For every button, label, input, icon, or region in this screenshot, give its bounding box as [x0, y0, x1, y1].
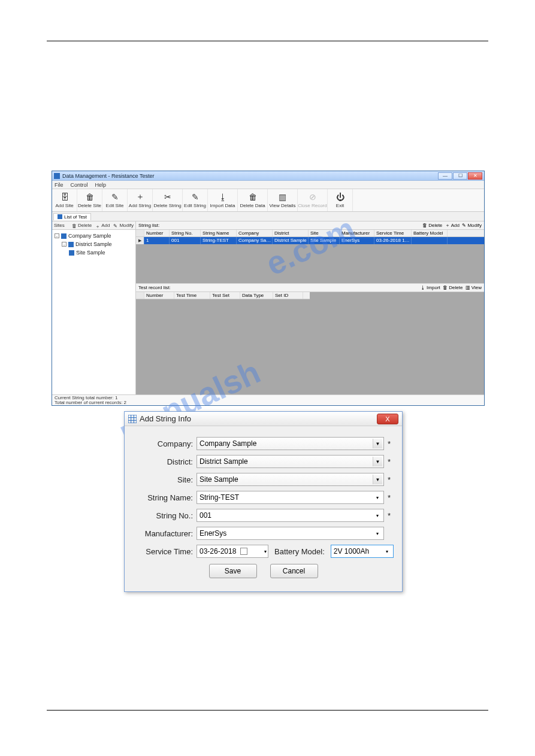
sites-add[interactable]: ＋Add [95, 223, 110, 228]
cancel-button[interactable]: Cancel [270, 564, 318, 578]
stringlist-modify[interactable]: ✎Modify [462, 223, 482, 228]
titlebar[interactable]: Data Management - Resistance Tester — ☐ … [52, 171, 484, 181]
app-window: Data Management - Resistance Tester — ☐ … [52, 171, 485, 406]
dialog-title: Add String Info [140, 414, 377, 423]
save-button[interactable]: Save [209, 564, 257, 578]
tb-add-site[interactable]: 🗄Add Site [52, 189, 77, 211]
stringlist-add[interactable]: ＋Add [445, 222, 460, 229]
sites-header: Sites 🗑Delete ＋Add ✎Modify [52, 221, 135, 230]
chevron-down-icon: ▼ [373, 475, 382, 484]
toolbar: 🗄Add Site 🗑Delete Site ✎Edit Site ＋Add S… [52, 189, 484, 212]
reclist-grid: Number Test Time Test Set Data Type Set … [136, 292, 484, 394]
tree-district[interactable]: -District Sample [55, 240, 133, 248]
trash-icon: 🗑 [85, 192, 95, 202]
page-rule-top [47, 41, 488, 41]
close-button[interactable]: ✕ [468, 172, 482, 180]
input-string-no[interactable]: 001▾ [197, 509, 384, 522]
label-string-name: String Name: [133, 493, 197, 502]
reclist-columns: Number Test Time Test Set Data Type Set … [136, 292, 310, 299]
tree-site[interactable]: Site Sample [55, 248, 133, 257]
tb-exit[interactable]: ⏻Exit [328, 189, 353, 211]
pencil-icon: ✎ [113, 223, 118, 228]
combo-site[interactable]: Site Sample▼ [197, 473, 384, 486]
stringlist-grid: Number String No. String Name Company Di… [136, 230, 484, 284]
grid-icon [68, 242, 74, 247]
label-manufacturer: Manufacturer: [133, 529, 197, 538]
sites-modify[interactable]: ✎Modify [113, 223, 134, 228]
reclist-delete[interactable]: 🗑Delete [443, 285, 463, 290]
collapse-icon[interactable]: - [55, 233, 59, 238]
chevron-down-icon: ▾ [264, 549, 267, 554]
input-battery-model[interactable]: 2V 1000Ah▾ [331, 545, 394, 558]
stringlist-header: String list: 🗑Delete ＋Add ✎Modify [136, 221, 484, 230]
pencil-icon: ✎ [110, 192, 120, 202]
tab-list-of-test[interactable]: List of Test [53, 213, 91, 220]
plus-icon: ＋ [95, 223, 100, 228]
label-battery-model: Battery Model: [272, 547, 327, 556]
sites-pane: Sites 🗑Delete ＋Add ✎Modify -Company Samp… [52, 221, 136, 394]
statusbar: Current String total number: 1 Total num… [52, 394, 484, 405]
menu-control[interactable]: Control [71, 181, 88, 189]
close-circle-icon: ⊘ [308, 192, 318, 202]
chevron-down-icon: ▾ [373, 511, 382, 520]
svg-rect-0 [128, 415, 137, 423]
power-icon: ⏻ [335, 192, 345, 202]
input-string-name[interactable]: String-TEST▾ [197, 491, 384, 504]
dialog-close-button[interactable]: X [377, 414, 398, 424]
chevron-down-icon: ▼ [373, 457, 382, 466]
tb-import-data[interactable]: ⭳Import Data [208, 189, 238, 211]
import-icon: ⭳ [218, 192, 228, 202]
reclist-header: Test record list: ⭳Import 🗑Delete ▥View [136, 284, 484, 292]
sites-delete[interactable]: 🗑Delete [72, 223, 92, 228]
page-rule-bottom [47, 710, 488, 711]
tree-company[interactable]: -Company Sample [55, 232, 133, 240]
chevron-down-icon: ▾ [382, 546, 392, 556]
label-site: Site: [133, 475, 197, 484]
menubar: File Control Help [52, 181, 484, 189]
pencil-icon: ✎ [191, 192, 200, 202]
input-service-time[interactable]: 03-26-2018 ▾ [197, 545, 268, 558]
row-selector-icon [136, 237, 144, 244]
scissors-icon: ✂ [163, 192, 173, 202]
tb-edit-site[interactable]: ✎Edit Site [102, 189, 128, 211]
chevron-down-icon: ▼ [373, 439, 382, 448]
dialog-titlebar[interactable]: Add String Info X [125, 412, 402, 426]
tb-delete-string[interactable]: ✂Delete String [153, 189, 183, 211]
dialog-body: Company: Company Sample▼ * District: Dis… [125, 426, 402, 591]
grid-icon [69, 250, 74, 256]
required-mark: * [388, 493, 394, 502]
right-pane: String list: 🗑Delete ＋Add ✎Modify Number… [136, 221, 484, 394]
label-company: Company: [133, 439, 197, 448]
tb-delete-site[interactable]: 🗑Delete Site [77, 189, 102, 211]
chart-icon: ▥ [278, 192, 288, 202]
tb-delete-data[interactable]: 🗑Delete Data [238, 189, 268, 211]
chevron-down-icon: ▾ [373, 493, 382, 502]
combo-company[interactable]: Company Sample▼ [197, 437, 384, 450]
required-mark: * [388, 511, 394, 520]
label-district: District: [133, 457, 197, 466]
plus-icon: ＋ [135, 192, 145, 202]
input-manufacturer[interactable]: EnerSys▾ [197, 527, 384, 540]
tb-view-details[interactable]: ▥View Details [268, 189, 298, 211]
reclist-import[interactable]: ⭳Import [421, 285, 440, 290]
stringlist-delete[interactable]: 🗑Delete [422, 223, 442, 228]
tb-add-string[interactable]: ＋Add String [128, 189, 153, 211]
menu-file[interactable]: File [55, 181, 64, 189]
tb-edit-string[interactable]: ✎Edit String [183, 189, 208, 211]
app-icon [54, 173, 60, 179]
trash-icon: 🗑 [248, 192, 258, 202]
required-mark: * [388, 457, 394, 466]
grid-icon [128, 415, 137, 423]
combo-district[interactable]: District Sample▼ [197, 455, 384, 468]
checkbox-icon[interactable] [240, 548, 247, 555]
reclist-view[interactable]: ▥View [466, 285, 482, 290]
stringlist-columns: Number String No. String Name Company Di… [136, 230, 484, 237]
required-mark: * [388, 439, 394, 448]
grid-icon [61, 233, 67, 239]
menu-help[interactable]: Help [95, 181, 107, 189]
maximize-button[interactable]: ☐ [453, 172, 467, 180]
stringlist-row-selected[interactable]: 1 001 String-TEST Company Sa… District S… [136, 237, 484, 244]
chevron-down-icon: ▾ [373, 529, 382, 538]
collapse-icon[interactable]: - [62, 242, 67, 247]
minimize-button[interactable]: — [438, 172, 452, 180]
